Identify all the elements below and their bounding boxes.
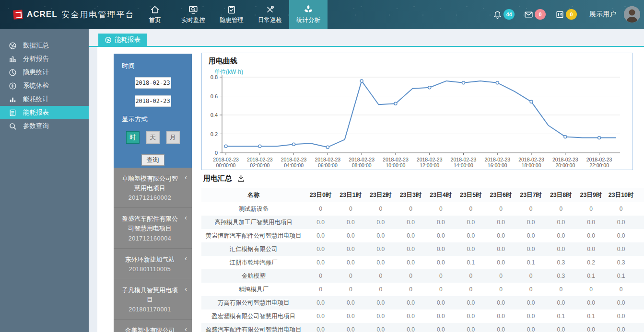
sidebar-item-label: 数据汇总 <box>23 41 49 50</box>
top-header: ACREL 安全用电管理平台 首页实时监控隐患管理日常巡检统计分析 4400展示… <box>0 0 644 29</box>
sidebar-item-数据汇总[interactable]: 数据汇总 <box>0 39 89 52</box>
mode-button-月[interactable]: 月 <box>166 131 180 144</box>
chevron-left-icon[interactable]: ‹ <box>185 325 187 332</box>
value-cell: 0.1 <box>606 269 636 283</box>
column-header: 23日9时 <box>576 188 606 202</box>
clipped-cell <box>636 323 644 332</box>
hazard-stats-icon <box>9 69 17 77</box>
nav-item-实时监控[interactable]: 实时监控 <box>174 0 212 29</box>
value-cell: 0.0 <box>336 256 366 269</box>
left-gutter <box>89 46 97 332</box>
project-id: 201801170001 <box>120 306 179 313</box>
value-cell: 0.0 <box>305 256 336 269</box>
download-icon[interactable] <box>237 174 245 183</box>
system-check-icon <box>9 82 17 90</box>
project-list: 卓顺塑模有限公司智慧用电项目201712160002‹盈盛汽车配件有限公司智慧用… <box>114 168 192 332</box>
mode-button-天[interactable]: 天 <box>146 131 160 144</box>
value-cell: 0 <box>516 202 546 216</box>
value-cell: 0 <box>576 283 606 296</box>
sidebar-item-参数查询[interactable]: 参数查询 <box>0 119 89 133</box>
tab-label: 能耗报表 <box>115 35 141 44</box>
value-cell: 0.0 <box>486 256 516 269</box>
project-id: 201712160004 <box>120 235 179 242</box>
query-button[interactable]: 查询 <box>141 154 164 166</box>
clipped-cell <box>636 216 644 229</box>
task-icon <box>555 10 564 19</box>
project-list-item[interactable]: 卓顺塑模有限公司智慧用电项目201712160002‹ <box>114 168 192 208</box>
nav-item-首页[interactable]: 首页 <box>136 0 174 29</box>
project-list-item[interactable]: 东外环新捷加气站201801110005‹ <box>114 249 192 279</box>
tab-underline <box>89 46 644 47</box>
value-cell: 0.0 <box>546 296 576 309</box>
project-list-item[interactable]: 金美塑业有限公司‹ <box>114 320 192 332</box>
column-header: 23日4时 <box>426 188 456 202</box>
app-window: ACREL 安全用电管理平台 首页实时监控隐患管理日常巡检统计分析 4400展示… <box>0 0 644 332</box>
value-cell: 0.0 <box>516 216 546 229</box>
param-search-icon <box>9 122 17 130</box>
display-mode-buttons: 时天月 <box>114 131 192 144</box>
value-cell: 0.0 <box>396 229 426 242</box>
nav-item-label: 隐患管理 <box>220 16 244 24</box>
column-header: 23日0时 <box>305 188 336 202</box>
value-cell: 0.0 <box>366 296 396 309</box>
sidebar-item-隐患统计[interactable]: 隐患统计 <box>0 66 89 79</box>
chevron-left-icon[interactable]: ‹ <box>185 214 187 221</box>
bell-notification[interactable]: 44 <box>493 9 515 20</box>
notification-count-badge: 0 <box>566 9 577 20</box>
value-cell: 0 <box>305 283 336 296</box>
table-row: 高翔模具加工厂智慧用电项目0.00.00.00.00.00.00.00.00.0… <box>201 216 644 229</box>
value-cell: 0.0 <box>576 216 606 229</box>
sidebar-item-分析报告[interactable]: 分析报告 <box>0 52 89 66</box>
column-header: 23日1时 <box>336 188 366 202</box>
sidebar-item-能耗报表[interactable]: 能耗报表 <box>0 106 89 119</box>
notification-count-badge: 0 <box>535 9 546 20</box>
display-mode-label: 显示方式 <box>122 115 192 124</box>
mode-button-时[interactable]: 时 <box>126 131 140 144</box>
sidebar-item-系统体检[interactable]: 系统体检 <box>0 79 89 92</box>
tab-energy-report[interactable]: 能耗报表 <box>98 34 147 46</box>
user-avatar[interactable] <box>624 6 640 23</box>
filter-panel: 时间 显示方式 时天月 查询 <box>114 54 192 168</box>
svg-text:0.4: 0.4 <box>211 112 218 118</box>
sidebar-item-能耗统计[interactable]: 能耗统计 <box>0 92 89 106</box>
value-cell: 0.3 <box>546 269 576 283</box>
column-header: 23日10时 <box>606 188 636 202</box>
project-name: 子凡模具智慧用电项目 <box>120 286 179 305</box>
nav-item-隐患管理[interactable]: 隐患管理 <box>212 0 251 29</box>
svg-text:2018-02-23: 2018-02-23 <box>247 157 273 162</box>
chevron-left-icon[interactable]: ‹ <box>185 285 187 292</box>
nav-item-日常巡检[interactable]: 日常巡检 <box>251 0 289 29</box>
date-to-input[interactable] <box>135 95 171 107</box>
mail-notification[interactable]: 0 <box>524 9 546 20</box>
value-cell: 0.0 <box>516 323 546 332</box>
value-cell: 0.0 <box>516 242 546 256</box>
value-cell: 0.1 <box>516 256 546 269</box>
row-name-cell: 万高有限公司智慧用电项目 <box>201 296 305 309</box>
nav-item-统计分析[interactable]: 统计分析 <box>289 0 328 29</box>
table-row: 盈盛汽车配件有限公司智慧用电项目0.00.00.00.00.00.00.00.0… <box>201 323 644 332</box>
chevron-left-icon[interactable]: ‹ <box>185 254 187 262</box>
tools-icon <box>265 5 275 14</box>
value-cell: 0 <box>366 269 396 283</box>
value-cell: 0.0 <box>366 256 396 269</box>
column-header: 23日6时 <box>486 188 516 202</box>
value-cell: 0 <box>336 202 366 216</box>
svg-text:18:00:00: 18:00:00 <box>522 162 541 168</box>
task-notification[interactable]: 0 <box>555 9 577 20</box>
table-row: 精鸿模具厂00000000000 <box>201 283 644 296</box>
value-cell: 0.1 <box>576 269 606 283</box>
date-from-input[interactable] <box>135 77 171 89</box>
value-cell: 0.0 <box>456 309 486 323</box>
project-list-item[interactable]: 子凡模具智慧用电项目201801170001‹ <box>114 279 192 320</box>
chevron-left-icon[interactable]: ‹ <box>185 173 187 181</box>
value-cell: 0.0 <box>576 242 606 256</box>
main-nav: 首页实时监控隐患管理日常巡检统计分析 <box>136 0 328 29</box>
value-cell: 0 <box>305 269 336 283</box>
row-name-cell: 金航模塑 <box>201 269 305 283</box>
project-list-item[interactable]: 盈盛汽车配件有限公司智慧用电项目201712160004‹ <box>114 208 192 248</box>
nav-item-label: 首页 <box>149 16 161 24</box>
project-name: 东外环新捷加气站 <box>120 255 179 264</box>
data-summary-icon <box>105 36 112 44</box>
chart-card: 用电曲线 单位(kW·h) 00.20.40.60.82018-02-2300:… <box>201 53 633 170</box>
energy-report-icon <box>9 109 17 117</box>
